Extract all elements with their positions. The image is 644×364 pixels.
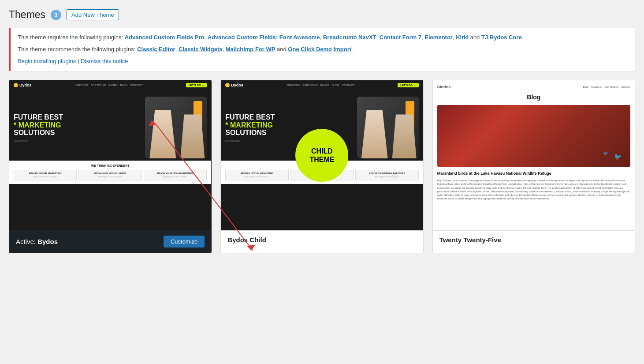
bydos-hero: FUTURE BEST * MARKETING SOLUTIONS LEARN … <box>9 90 211 161</box>
bydos-child-name: Bydos Child <box>227 236 266 244</box>
customize-button[interactable]: Customize <box>164 236 205 248</box>
child-theme-badge: ChildTheme <box>295 129 348 182</box>
active-theme-label: Active: Bydos <box>16 238 58 245</box>
plugin-link-demo-import[interactable]: One Click Demo Import <box>288 46 351 53</box>
plugin-link-classic-widgets[interactable]: Classic Widgets <box>179 46 223 53</box>
plugin-link-tj-bydos[interactable]: TJ Bydos Core <box>481 34 522 41</box>
bydos-bottom-section: WE THINK INDEPENDENT PROVEN DIGITAL MARK… <box>9 161 211 184</box>
plugin-link-acf-fa[interactable]: Advanced Custom Fields: Font Awesome <box>208 34 320 41</box>
ttp-post-text: Roy Schultes, an acclaimed photographer … <box>437 179 630 201</box>
bydos-hero-image <box>145 97 207 158</box>
bydos-child-nav: Bydos SERVICES PORTFOLIO PAGES BLOG CONT… <box>221 80 423 90</box>
theme-count-badge: 3 <box>51 10 61 20</box>
plugin-link-elementor[interactable]: Elementor <box>424 34 453 41</box>
ttp-post-title: Marshland birds at the Lake Havasu Natio… <box>437 171 630 176</box>
theme-card-bydos: Bydos SERVICES PORTFOLIO PAGES BLOG CONT… <box>9 80 212 253</box>
bydos-child-preview: Bydos SERVICES PORTFOLIO PAGES BLOG CONT… <box>221 80 423 230</box>
recommended-plugins-line: This theme recommends the following plug… <box>18 45 628 54</box>
ttp-theme-name: Twenty Twenty-Five <box>439 236 501 244</box>
page-title: Themes <box>9 9 45 21</box>
plugin-link-classic-editor[interactable]: Classic Editor <box>137 46 175 53</box>
ttp-nav: Stories Blog About Us Our Mission Contac… <box>437 85 630 89</box>
theme-card-bydos-child: Bydos SERVICES PORTFOLIO PAGES BLOG CONT… <box>220 80 423 253</box>
notice-actions: Begin installing plugins | Dismiss this … <box>18 57 628 66</box>
plugin-link-acf-pro[interactable]: Advanced Custom Fields Pro <box>125 34 205 41</box>
bydos-card-3: REACH YOUR DREAM PARTNERS Stay Inspired … <box>144 170 207 180</box>
ttp-footer: Twenty Twenty-Five <box>433 230 635 249</box>
bydos-theme-footer: Active: Bydos Customize <box>9 230 211 253</box>
required-plugins-line: This theme requires the following plugin… <box>18 33 628 42</box>
bydos-nav: Bydos SERVICES PORTFOLIO PAGES BLOG CONT… <box>9 80 211 90</box>
dismiss-notice-link[interactable]: Dismiss this notice <box>81 58 128 64</box>
bydos-child-footer: Bydos Child <box>221 230 423 249</box>
bydos-nav-links: SERVICES PORTFOLIO PAGES BLOG CONTACT <box>75 84 143 86</box>
bydos-card-1: PROVEN DIGITAL MARKETING Stay Inspired i… <box>14 170 77 180</box>
ttp-logo: Stories <box>437 85 451 89</box>
plugin-link-cf7[interactable]: Contact Form 7 <box>380 34 421 41</box>
ttp-hero-image: 🐦 🐦 <box>437 105 630 167</box>
plugin-link-mailchimp[interactable]: Mailchimp For WP <box>226 46 275 53</box>
plugin-link-kirki[interactable]: Kirki <box>456 34 469 41</box>
bydos-preview: Bydos SERVICES PORTFOLIO PAGES BLOG CONT… <box>9 80 211 230</box>
bydos-logo: Bydos <box>14 83 32 87</box>
ttp-preview: Stories Blog About Us Our Mission Contac… <box>433 80 635 230</box>
ttp-blog-title: Blog <box>437 94 630 101</box>
bydos-cta: LET'S GO → <box>186 83 207 87</box>
plugin-link-breadcrumb[interactable]: Breadcrumb NavXT <box>323 34 376 41</box>
bydos-logo-icon <box>14 83 18 87</box>
add-new-theme-button[interactable]: Add New Theme <box>67 9 119 20</box>
theme-card-ttp: Stories Blog About Us Our Mission Contac… <box>432 80 635 253</box>
bydos-child-logo: Bydos <box>225 83 243 87</box>
themes-grid: Bydos SERVICES PORTFOLIO PAGES BLOG CONT… <box>9 80 635 253</box>
begin-installing-link[interactable]: Begin installing plugins <box>18 58 76 64</box>
plugin-notice: This theme requires the following plugin… <box>9 28 635 71</box>
bydos-card-2: WE MANAGE WITH BUSINESS Stay Inspired in… <box>78 170 141 180</box>
